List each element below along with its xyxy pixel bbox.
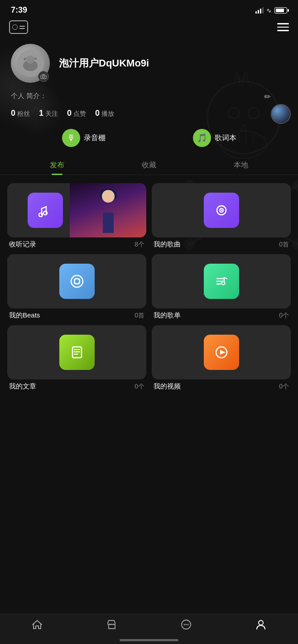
songs-icon [204,193,239,228]
edit-icon[interactable]: ✏ [264,92,271,102]
lyrics-icon: 🎵 [193,129,211,147]
bio-section: 个人 简介： ✏ [0,92,298,100]
history-count: 8个 [135,241,144,249]
tabs-row: 发布 收藏 本地 [0,161,298,175]
nav-messages[interactable] [180,619,192,633]
following-count: 1 [39,109,43,118]
action-buttons: 🎙 录音棚 🎵 歌词本 [0,129,298,147]
small-avatar[interactable] [271,104,291,124]
svg-point-25 [71,275,83,287]
svg-point-30 [221,282,225,285]
svg-point-41 [259,620,263,625]
stat-likes[interactable]: 0 点赞 [67,109,86,118]
beats-icon [59,264,95,299]
songs-card [152,183,291,237]
lyrics-label: 歌词本 [215,133,236,143]
playlist-name: 我的歌单 [154,311,181,320]
beats-count: 0首 [135,312,144,320]
following-label: 关注 [45,110,58,118]
menu-button[interactable] [277,23,289,31]
videos-name: 我的视频 [154,382,181,391]
plays-count: 0 [95,109,100,118]
svg-marker-36 [220,350,226,355]
wifi-icon: ∿ [266,7,272,14]
list-item-beats[interactable]: 我的Beats 0首 [7,254,146,320]
list-item-songs[interactable]: 我的歌曲 0首 [152,183,291,249]
playlist-card [152,254,291,308]
status-bar: 7:39 ∿ [0,0,298,19]
tab-publish[interactable]: 发布 [50,161,64,175]
avatar-wrap[interactable]: popjuice [11,44,50,83]
svg-point-19 [43,76,45,78]
articles-count: 0个 [135,383,144,391]
tab-local[interactable]: 本地 [234,161,248,175]
recording-studio-button[interactable]: 🎙 录音棚 [62,129,106,147]
app-logo[interactable] [9,20,28,34]
videos-count: 0个 [279,383,289,391]
profile-section: popjuice 泡汁用户DqUKMo9i [0,39,298,83]
articles-name: 我的文章 [9,382,36,391]
tab-favorites[interactable]: 收藏 [142,161,156,175]
stats-row: 0 粉丝 1 关注 0 点赞 0 播放 [0,109,298,118]
list-item-history[interactable]: 收听记录 8个 [7,183,146,249]
songs-name: 我的歌曲 [154,240,181,249]
shop-icon [106,619,118,633]
svg-point-40 [187,624,189,625]
top-nav [0,19,298,39]
content-grid: 收听记录 8个 我的歌曲 0首 [0,183,298,391]
svg-point-38 [184,624,185,625]
svg-point-21 [43,211,47,215]
stat-plays[interactable]: 0 播放 [95,109,114,118]
camera-badge[interactable] [38,71,49,82]
history-name: 收听记录 [9,240,36,249]
profile-header: popjuice 泡汁用户DqUKMo9i [11,44,287,83]
status-time: 7:39 [11,5,27,15]
mic-icon: 🎙 [62,129,80,147]
nav-home[interactable] [31,619,43,633]
beats-name: 我的Beats [9,311,40,320]
profile-nav-icon [255,619,267,633]
songs-count: 0首 [279,241,289,249]
list-item-videos[interactable]: 我的视频 0个 [152,325,291,391]
list-item-articles[interactable]: 我的文章 0个 [7,325,146,391]
beats-card [7,254,146,308]
nav-profile[interactable] [255,619,267,633]
playlist-count: 0个 [279,312,289,320]
history-card [7,183,146,237]
fans-label: 粉丝 [17,110,30,118]
home-icon [31,619,43,633]
home-indicator [120,639,178,641]
plays-label: 播放 [101,110,114,118]
articles-card [7,325,146,379]
likes-count: 0 [67,109,72,118]
nav-shop[interactable] [106,619,118,633]
svg-point-26 [74,279,80,284]
articles-icon [59,335,95,370]
bio-label: 个人 简介： [11,92,47,99]
profile-username: 泡汁用户DqUKMo9i [59,57,287,70]
playlist-icon [204,264,239,299]
history-thumbnail [70,183,146,237]
stat-fans[interactable]: 0 粉丝 [11,109,30,118]
lyrics-book-button[interactable]: 🎵 歌词本 [193,129,236,147]
svg-point-24 [221,210,222,211]
svg-point-17 [26,56,34,64]
fans-count: 0 [11,109,15,118]
svg-point-39 [186,624,187,625]
history-icon [28,193,63,228]
likes-label: 点赞 [73,110,86,118]
stat-following[interactable]: 1 关注 [39,109,58,118]
videos-card [152,325,291,379]
battery-icon [274,7,287,14]
messages-icon [180,619,192,633]
status-icons: ∿ [255,7,287,14]
list-item-playlist[interactable]: 我的歌单 0个 [152,254,291,320]
svg-point-20 [39,213,43,217]
videos-icon [204,335,239,370]
signal-icon [255,7,264,14]
recording-label: 录音棚 [84,133,106,143]
